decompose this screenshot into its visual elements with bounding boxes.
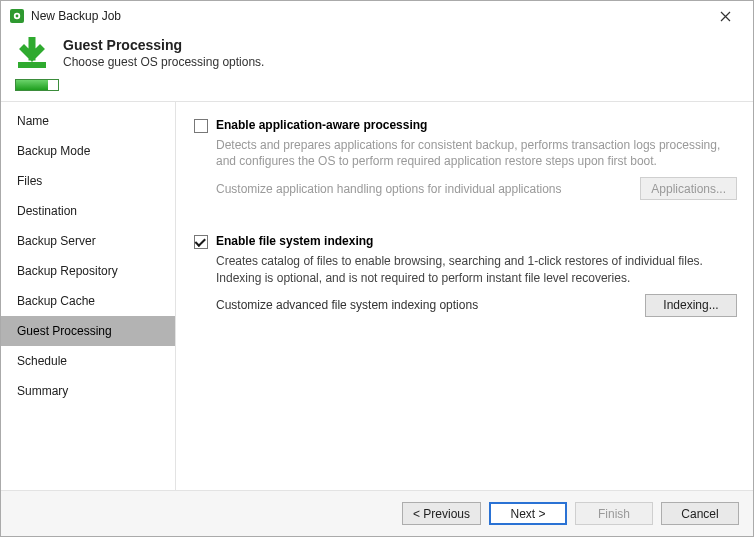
applications-button: Applications...	[640, 177, 737, 200]
indexing-button[interactable]: Indexing...	[645, 294, 737, 317]
sidebar-item-label: Destination	[17, 204, 77, 218]
sidebar-item-label: Guest Processing	[17, 324, 112, 338]
next-button[interactable]: Next >	[489, 502, 567, 525]
checkbox-label-app-aware: Enable application-aware processing	[216, 118, 427, 132]
sidebar-item-destination[interactable]: Destination	[1, 196, 175, 226]
cancel-button[interactable]: Cancel	[661, 502, 739, 525]
window-title: New Backup Job	[31, 9, 705, 23]
desc-indexing: Creates catalog of files to enable brows…	[216, 253, 737, 285]
checkbox-indexing[interactable]	[194, 235, 208, 249]
download-arrow-icon	[15, 37, 49, 71]
sidebar: Name Backup Mode Files Destination Backu…	[1, 102, 176, 490]
sidebar-item-summary[interactable]: Summary	[1, 376, 175, 406]
previous-button[interactable]: < Previous	[402, 502, 481, 525]
sidebar-item-name[interactable]: Name	[1, 106, 175, 136]
wizard-progress	[15, 79, 59, 91]
section-indexing: Enable file system indexing Creates cata…	[192, 234, 737, 316]
sidebar-item-label: Summary	[17, 384, 68, 398]
wizard-header: Guest Processing Choose guest OS process…	[1, 31, 753, 101]
sidebar-item-backup-server[interactable]: Backup Server	[1, 226, 175, 256]
wizard-footer: < Previous Next > Finish Cancel	[1, 490, 753, 536]
row-label-applications: Customize application handling options f…	[216, 182, 640, 196]
sidebar-item-backup-mode[interactable]: Backup Mode	[1, 136, 175, 166]
svg-point-2	[16, 15, 19, 18]
sidebar-item-label: Files	[17, 174, 42, 188]
titlebar: New Backup Job	[1, 1, 753, 31]
sidebar-item-label: Name	[17, 114, 49, 128]
sidebar-item-label: Backup Mode	[17, 144, 90, 158]
close-button[interactable]	[705, 2, 745, 30]
checkbox-label-indexing: Enable file system indexing	[216, 234, 373, 248]
checkbox-app-aware[interactable]	[194, 119, 208, 133]
sidebar-item-backup-repository[interactable]: Backup Repository	[1, 256, 175, 286]
sidebar-item-schedule[interactable]: Schedule	[1, 346, 175, 376]
desc-app-aware: Detects and prepares applications for co…	[216, 137, 737, 169]
app-icon	[9, 8, 25, 24]
sidebar-item-label: Backup Server	[17, 234, 96, 248]
content-pane: Enable application-aware processing Dete…	[176, 102, 753, 490]
section-app-aware: Enable application-aware processing Dete…	[192, 118, 737, 200]
sidebar-item-backup-cache[interactable]: Backup Cache	[1, 286, 175, 316]
page-subtitle: Choose guest OS processing options.	[63, 55, 264, 69]
sidebar-item-guest-processing[interactable]: Guest Processing	[1, 316, 175, 346]
sidebar-item-label: Schedule	[17, 354, 67, 368]
sidebar-item-files[interactable]: Files	[1, 166, 175, 196]
finish-button: Finish	[575, 502, 653, 525]
wizard-window: New Backup Job Guest Processing Choose g…	[0, 0, 754, 537]
page-title: Guest Processing	[63, 37, 264, 53]
row-label-indexing: Customize advanced file system indexing …	[216, 298, 645, 312]
wizard-body: Name Backup Mode Files Destination Backu…	[1, 101, 753, 490]
sidebar-item-label: Backup Cache	[17, 294, 95, 308]
sidebar-item-label: Backup Repository	[17, 264, 118, 278]
